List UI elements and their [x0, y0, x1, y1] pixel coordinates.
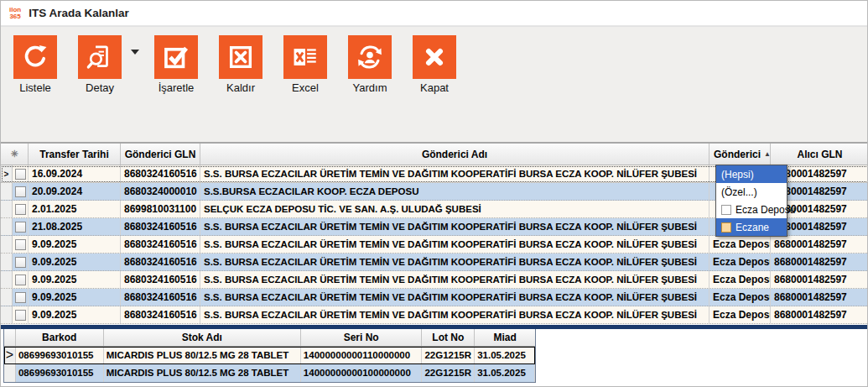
excel-button[interactable]: Excel [283, 35, 327, 94]
checkbox-check-icon [162, 43, 190, 71]
filter-option-eczane[interactable]: Eczane [716, 218, 787, 236]
cell-gln: 8680324160516 [121, 271, 200, 288]
detail-header-row: Barkod Stok Adı Seri No Lot No Miad [4, 329, 535, 347]
row-indicator [1, 271, 13, 288]
row-checkbox[interactable] [15, 186, 26, 197]
current-row-arrow-icon: > [6, 348, 13, 363]
row-indicator [1, 236, 13, 253]
header-barkod[interactable]: Barkod [16, 329, 104, 346]
cell-barkod: 08699693010155 [16, 364, 104, 382]
table-row[interactable]: 9.09.2025 8680324160516 S.S. BURSA ECZAC… [1, 254, 868, 271]
row-indicator [1, 201, 13, 217]
yardim-button[interactable]: Yardım [348, 35, 392, 94]
detay-button[interactable]: Detay [78, 35, 122, 94]
cell-date: 9.09.2025 [29, 306, 121, 323]
header-lot-no[interactable]: Lot No [422, 329, 475, 346]
row-checkbox[interactable] [15, 222, 26, 233]
header-alici-gln[interactable]: Alıcı GLN [771, 144, 868, 165]
row-checkbox[interactable] [15, 310, 26, 321]
cell-name: S.S. BURSA ECZACILAR ÜRETİM TEMİN VE DAĞ… [200, 306, 709, 323]
cell-date: 21.08.2025 [29, 218, 121, 235]
row-checkbox[interactable] [15, 169, 26, 180]
header-miad[interactable]: Miad [475, 329, 535, 346]
row-checkbox-cell [13, 254, 29, 270]
row-indicator: > [4, 347, 16, 363]
cell-date: 20.09.2024 [29, 183, 121, 200]
refresh-icon [21, 43, 49, 71]
filter-checkbox-ecza-deposu[interactable] [721, 205, 731, 215]
cell-alici: 8680001482597 [771, 306, 868, 323]
row-indicator: > [1, 165, 13, 182]
header-seri-no[interactable]: Seri No [301, 329, 423, 346]
header-stok-adi[interactable]: Stok Adı [104, 329, 301, 346]
asterisk-icon: ✳ [10, 149, 18, 160]
cell-lot: 22G1215R [422, 364, 475, 382]
cell-date: 2.01.2025 [29, 201, 121, 217]
kaldir-button[interactable]: Kaldır [219, 35, 262, 94]
listele-button[interactable]: Listele [13, 35, 57, 94]
cell-alici: 8680001482597 [771, 271, 868, 288]
cell-sender: Ecza Deposu [709, 254, 771, 270]
cell-name: S.S. BURSA ECZACILAR ÜRETİM TEMİN VE DAĞ… [200, 218, 709, 235]
detail-row[interactable]: 08699693010155 MICARDIS PLUS 80/12.5 MG … [4, 364, 535, 382]
cell-gln: 8680324160516 [121, 289, 200, 306]
cell-date: 9.09.2025 [29, 289, 121, 306]
row-checkbox-cell [13, 306, 29, 323]
cell-date: 9.09.2025 [29, 271, 121, 288]
cell-alici: 8680001482597 [771, 254, 868, 270]
cell-name: S.S. BURSA ECZACILAR ÜRETİM TEMİN VE DAĞ… [200, 236, 709, 253]
detail-indicator-header [4, 329, 16, 346]
detail-document-search-icon [86, 43, 114, 71]
table-row[interactable]: 9.09.2025 8680324160516 S.S. BURSA ECZAC… [1, 236, 868, 254]
cell-name: S.S. BURSA ECZACILAR ÜRETİM TEMİN VE DAĞ… [200, 165, 709, 182]
row-checkbox[interactable] [15, 292, 26, 303]
cell-name: S.S.BURSA ECZACILAR KOOP. ECZA DEPOSU [200, 183, 709, 200]
cell-barkod: 08699693010155 [16, 347, 104, 363]
app-logo-icon: ilon 365 [9, 7, 21, 20]
table-row[interactable]: 9.09.2025 8680324160516 S.S. BURSA ECZAC… [1, 289, 868, 306]
row-checkbox[interactable] [15, 204, 26, 215]
logo-text-bottom: 365 [9, 13, 21, 20]
row-indicator [1, 289, 13, 306]
select-all-header[interactable]: ✳ [1, 144, 29, 165]
sort-ascending-icon: ▲ [764, 150, 771, 158]
table-row[interactable]: 9.09.2025 8680324160516 S.S. BURSA ECZAC… [1, 271, 868, 289]
row-checkbox-cell [13, 271, 29, 288]
cell-gln: 8699810031100 [121, 201, 200, 217]
isaretle-button[interactable]: İşaretle [154, 35, 198, 94]
current-row-arrow-icon: > [4, 170, 9, 179]
row-checkbox[interactable] [15, 275, 26, 285]
filter-option-ecza-deposu[interactable]: Ecza Deposu [716, 201, 787, 218]
kapat-button[interactable]: Kapat [413, 35, 456, 94]
detail-row[interactable]: > 08699693010155 MICARDIS PLUS 80/12.5 M… [4, 347, 535, 364]
toolbar: Listele Detay İşaretle Kaldır [1, 26, 867, 142]
row-indicator [1, 254, 13, 270]
row-checkbox-cell [13, 218, 29, 235]
filter-option-ozel[interactable]: (Özel...) [716, 183, 787, 201]
header-gonderici-adi[interactable]: Gönderici Adı [200, 144, 709, 165]
cell-sender: Ecza Deposu [709, 289, 771, 306]
filter-option-hepsi[interactable]: (Hepsi) [716, 165, 787, 183]
cell-alici: 8680001482597 [771, 236, 868, 253]
cell-date: 9.09.2025 [29, 236, 121, 253]
cell-sender: Ecza Deposu [709, 306, 771, 323]
cell-name: S.S. BURSA ECZACILAR ÜRETİM TEMİN VE DAĞ… [200, 289, 709, 306]
header-transfer-tarihi[interactable]: Transfer Tarihi [29, 144, 121, 165]
table-row[interactable]: 9.09.2025 8680324160516 S.S. BURSA ECZAC… [1, 306, 868, 324]
row-checkbox-cell [13, 289, 29, 306]
help-support-icon [356, 43, 384, 71]
cell-gln: 8680324160516 [121, 254, 200, 270]
detay-dropdown-arrow-icon[interactable] [131, 50, 139, 55]
row-checkbox-cell [13, 236, 29, 253]
row-checkbox[interactable] [15, 239, 26, 250]
header-gonderici[interactable]: Gönderici ▲ [709, 144, 771, 165]
cell-gln: 8680324160516 [121, 218, 200, 235]
filter-checkbox-eczane[interactable] [721, 222, 731, 233]
row-checkbox[interactable] [15, 257, 26, 268]
cell-miad: 31.05.2025 [475, 364, 535, 382]
cell-alici: 8680001482597 [771, 289, 868, 306]
header-gonderici-gln[interactable]: Gönderici GLN [121, 144, 200, 165]
window-title: ITS Arada Kalanlar [29, 7, 129, 19]
cell-name: S.S. BURSA ECZACILAR ÜRETİM TEMİN VE DAĞ… [200, 271, 709, 288]
cell-name: SELÇUK ECZA DEPOSU TİC. VE SAN. A.Ş. ULU… [200, 201, 709, 217]
